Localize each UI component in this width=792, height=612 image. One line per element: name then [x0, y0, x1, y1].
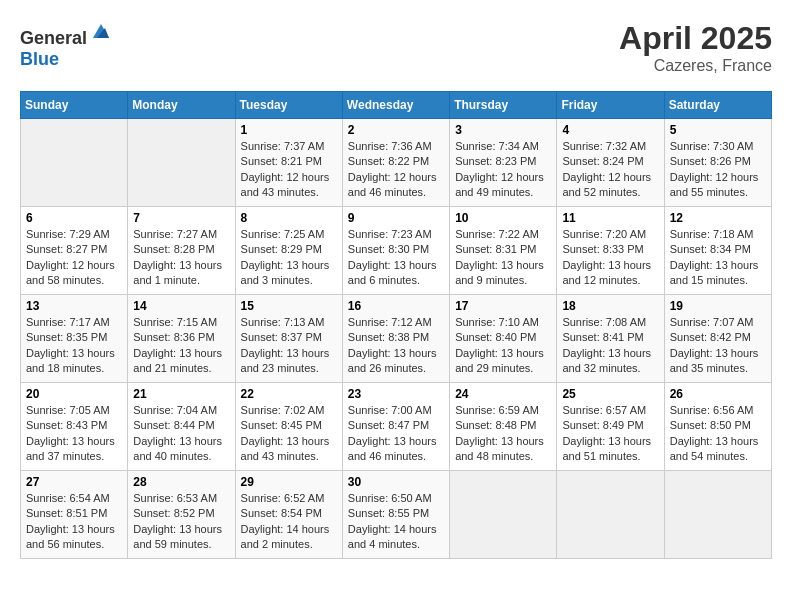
- calendar-cell: 15Sunrise: 7:13 AMSunset: 8:37 PMDayligh…: [235, 295, 342, 383]
- calendar-cell: 19Sunrise: 7:07 AMSunset: 8:42 PMDayligh…: [664, 295, 771, 383]
- calendar-cell: 1Sunrise: 7:37 AMSunset: 8:21 PMDaylight…: [235, 119, 342, 207]
- day-number: 21: [133, 387, 229, 401]
- day-info: Sunrise: 7:17 AMSunset: 8:35 PMDaylight:…: [26, 315, 122, 377]
- location-title: Cazeres, France: [619, 57, 772, 75]
- week-row-4: 20Sunrise: 7:05 AMSunset: 8:43 PMDayligh…: [21, 383, 772, 471]
- weekday-header-thursday: Thursday: [450, 92, 557, 119]
- day-number: 5: [670, 123, 766, 137]
- day-number: 29: [241, 475, 337, 489]
- day-number: 23: [348, 387, 444, 401]
- day-number: 19: [670, 299, 766, 313]
- day-info: Sunrise: 7:13 AMSunset: 8:37 PMDaylight:…: [241, 315, 337, 377]
- calendar-cell: 23Sunrise: 7:00 AMSunset: 8:47 PMDayligh…: [342, 383, 449, 471]
- calendar-cell: 9Sunrise: 7:23 AMSunset: 8:30 PMDaylight…: [342, 207, 449, 295]
- day-number: 16: [348, 299, 444, 313]
- week-row-2: 6Sunrise: 7:29 AMSunset: 8:27 PMDaylight…: [21, 207, 772, 295]
- weekday-header-friday: Friday: [557, 92, 664, 119]
- calendar-cell: 21Sunrise: 7:04 AMSunset: 8:44 PMDayligh…: [128, 383, 235, 471]
- logo-icon: [89, 20, 113, 44]
- week-row-5: 27Sunrise: 6:54 AMSunset: 8:51 PMDayligh…: [21, 471, 772, 559]
- day-number: 27: [26, 475, 122, 489]
- calendar-cell: 24Sunrise: 6:59 AMSunset: 8:48 PMDayligh…: [450, 383, 557, 471]
- day-number: 30: [348, 475, 444, 489]
- calendar-cell: 30Sunrise: 6:50 AMSunset: 8:55 PMDayligh…: [342, 471, 449, 559]
- day-info: Sunrise: 6:50 AMSunset: 8:55 PMDaylight:…: [348, 491, 444, 553]
- day-number: 22: [241, 387, 337, 401]
- day-info: Sunrise: 7:27 AMSunset: 8:28 PMDaylight:…: [133, 227, 229, 289]
- day-number: 8: [241, 211, 337, 225]
- weekday-header-tuesday: Tuesday: [235, 92, 342, 119]
- day-info: Sunrise: 7:07 AMSunset: 8:42 PMDaylight:…: [670, 315, 766, 377]
- day-number: 24: [455, 387, 551, 401]
- day-info: Sunrise: 7:37 AMSunset: 8:21 PMDaylight:…: [241, 139, 337, 201]
- calendar-cell: [450, 471, 557, 559]
- day-info: Sunrise: 7:10 AMSunset: 8:40 PMDaylight:…: [455, 315, 551, 377]
- day-info: Sunrise: 7:22 AMSunset: 8:31 PMDaylight:…: [455, 227, 551, 289]
- day-number: 9: [348, 211, 444, 225]
- day-info: Sunrise: 6:53 AMSunset: 8:52 PMDaylight:…: [133, 491, 229, 553]
- day-info: Sunrise: 6:56 AMSunset: 8:50 PMDaylight:…: [670, 403, 766, 465]
- day-info: Sunrise: 7:36 AMSunset: 8:22 PMDaylight:…: [348, 139, 444, 201]
- calendar-cell: [21, 119, 128, 207]
- calendar-cell: 16Sunrise: 7:12 AMSunset: 8:38 PMDayligh…: [342, 295, 449, 383]
- weekday-header-sunday: Sunday: [21, 92, 128, 119]
- day-info: Sunrise: 7:02 AMSunset: 8:45 PMDaylight:…: [241, 403, 337, 465]
- calendar-cell: 20Sunrise: 7:05 AMSunset: 8:43 PMDayligh…: [21, 383, 128, 471]
- day-number: 4: [562, 123, 658, 137]
- logo-text: General Blue: [20, 20, 113, 70]
- weekday-header-row: SundayMondayTuesdayWednesdayThursdayFrid…: [21, 92, 772, 119]
- calendar-cell: [557, 471, 664, 559]
- logo-blue: Blue: [20, 49, 59, 69]
- day-info: Sunrise: 7:12 AMSunset: 8:38 PMDaylight:…: [348, 315, 444, 377]
- weekday-header-wednesday: Wednesday: [342, 92, 449, 119]
- calendar-cell: 25Sunrise: 6:57 AMSunset: 8:49 PMDayligh…: [557, 383, 664, 471]
- calendar-cell: 28Sunrise: 6:53 AMSunset: 8:52 PMDayligh…: [128, 471, 235, 559]
- day-number: 14: [133, 299, 229, 313]
- day-info: Sunrise: 7:25 AMSunset: 8:29 PMDaylight:…: [241, 227, 337, 289]
- day-info: Sunrise: 7:34 AMSunset: 8:23 PMDaylight:…: [455, 139, 551, 201]
- day-info: Sunrise: 7:30 AMSunset: 8:26 PMDaylight:…: [670, 139, 766, 201]
- calendar-cell: 12Sunrise: 7:18 AMSunset: 8:34 PMDayligh…: [664, 207, 771, 295]
- calendar-cell: 11Sunrise: 7:20 AMSunset: 8:33 PMDayligh…: [557, 207, 664, 295]
- calendar-cell: 18Sunrise: 7:08 AMSunset: 8:41 PMDayligh…: [557, 295, 664, 383]
- calendar-cell: 22Sunrise: 7:02 AMSunset: 8:45 PMDayligh…: [235, 383, 342, 471]
- calendar-table: SundayMondayTuesdayWednesdayThursdayFrid…: [20, 91, 772, 559]
- calendar-cell: 3Sunrise: 7:34 AMSunset: 8:23 PMDaylight…: [450, 119, 557, 207]
- weekday-header-monday: Monday: [128, 92, 235, 119]
- day-number: 17: [455, 299, 551, 313]
- calendar-cell: 4Sunrise: 7:32 AMSunset: 8:24 PMDaylight…: [557, 119, 664, 207]
- month-title: April 2025: [619, 20, 772, 57]
- day-number: 26: [670, 387, 766, 401]
- day-info: Sunrise: 7:18 AMSunset: 8:34 PMDaylight:…: [670, 227, 766, 289]
- calendar-cell: 2Sunrise: 7:36 AMSunset: 8:22 PMDaylight…: [342, 119, 449, 207]
- calendar-cell: 27Sunrise: 6:54 AMSunset: 8:51 PMDayligh…: [21, 471, 128, 559]
- day-number: 13: [26, 299, 122, 313]
- day-number: 7: [133, 211, 229, 225]
- day-info: Sunrise: 6:57 AMSunset: 8:49 PMDaylight:…: [562, 403, 658, 465]
- day-info: Sunrise: 7:08 AMSunset: 8:41 PMDaylight:…: [562, 315, 658, 377]
- calendar-cell: 8Sunrise: 7:25 AMSunset: 8:29 PMDaylight…: [235, 207, 342, 295]
- day-info: Sunrise: 6:52 AMSunset: 8:54 PMDaylight:…: [241, 491, 337, 553]
- day-info: Sunrise: 6:54 AMSunset: 8:51 PMDaylight:…: [26, 491, 122, 553]
- day-info: Sunrise: 7:05 AMSunset: 8:43 PMDaylight:…: [26, 403, 122, 465]
- week-row-1: 1Sunrise: 7:37 AMSunset: 8:21 PMDaylight…: [21, 119, 772, 207]
- logo-general: General: [20, 28, 87, 48]
- day-number: 20: [26, 387, 122, 401]
- calendar-cell: 10Sunrise: 7:22 AMSunset: 8:31 PMDayligh…: [450, 207, 557, 295]
- calendar-cell: 7Sunrise: 7:27 AMSunset: 8:28 PMDaylight…: [128, 207, 235, 295]
- day-info: Sunrise: 7:23 AMSunset: 8:30 PMDaylight:…: [348, 227, 444, 289]
- day-number: 10: [455, 211, 551, 225]
- day-number: 11: [562, 211, 658, 225]
- day-info: Sunrise: 7:20 AMSunset: 8:33 PMDaylight:…: [562, 227, 658, 289]
- calendar-cell: 5Sunrise: 7:30 AMSunset: 8:26 PMDaylight…: [664, 119, 771, 207]
- day-number: 6: [26, 211, 122, 225]
- day-number: 18: [562, 299, 658, 313]
- calendar-cell: [664, 471, 771, 559]
- day-info: Sunrise: 7:15 AMSunset: 8:36 PMDaylight:…: [133, 315, 229, 377]
- day-info: Sunrise: 7:29 AMSunset: 8:27 PMDaylight:…: [26, 227, 122, 289]
- title-block: April 2025 Cazeres, France: [619, 20, 772, 75]
- weekday-header-saturday: Saturday: [664, 92, 771, 119]
- calendar-cell: 17Sunrise: 7:10 AMSunset: 8:40 PMDayligh…: [450, 295, 557, 383]
- day-info: Sunrise: 7:04 AMSunset: 8:44 PMDaylight:…: [133, 403, 229, 465]
- day-number: 25: [562, 387, 658, 401]
